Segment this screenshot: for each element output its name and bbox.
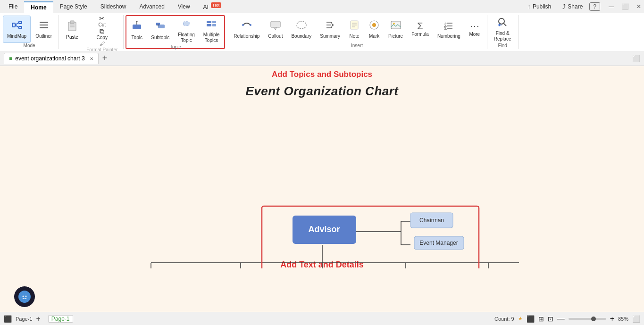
- callout-button[interactable]: Callout: [264, 16, 286, 43]
- fit-page-button[interactable]: ⬜: [632, 315, 640, 323]
- svg-rect-1: [19, 21, 22, 24]
- note-label: Note: [350, 33, 360, 39]
- boundary-button[interactable]: Boundary: [287, 16, 315, 43]
- mark-button[interactable]: Mark: [365, 16, 384, 43]
- doc-tab-icon: ■: [9, 55, 12, 62]
- instruction-top: Add Topics and Subtopics: [0, 70, 644, 79]
- svg-rect-18: [184, 22, 189, 25]
- tab-bar: ■ event organizational chart 3 ✕ + ⬜: [0, 51, 644, 66]
- paste-icon: [66, 18, 79, 33]
- outliner-icon: [38, 19, 50, 33]
- add-tab-button[interactable]: +: [100, 53, 109, 63]
- maximize-canvas-button[interactable]: ⬜: [632, 55, 640, 62]
- summary-icon: [325, 19, 336, 33]
- cut-button[interactable]: ✂ Cut: [84, 15, 120, 27]
- copy-button[interactable]: ⧉ Copy: [84, 28, 120, 40]
- relationship-icon: [241, 19, 252, 33]
- page-tab-label: Page-1: [51, 316, 70, 322]
- floating-topic-button[interactable]: FloatingTopic: [174, 17, 199, 44]
- share-button[interactable]: ⤴ Share: [558, 1, 587, 12]
- ai-bot-button[interactable]: [14, 286, 35, 307]
- publish-button[interactable]: ↑ Publish: [523, 1, 556, 12]
- tab-slideshow[interactable]: Slideshow: [94, 1, 133, 12]
- floating-topic-icon: [181, 18, 192, 31]
- page-tab[interactable]: Page-1: [48, 315, 73, 323]
- help-button[interactable]: ?: [589, 2, 600, 11]
- zoom-slider[interactable]: [569, 318, 606, 320]
- tab-page-style[interactable]: Page Style: [53, 1, 94, 12]
- picture-icon: [390, 19, 401, 33]
- status-icon-2[interactable]: ⊞: [538, 315, 544, 323]
- svg-rect-25: [271, 21, 280, 27]
- paste-button[interactable]: Paste: [62, 15, 83, 42]
- svg-marker-26: [274, 27, 276, 30]
- status-page-icon[interactable]: ⬛: [4, 315, 12, 323]
- svg-rect-2: [19, 26, 22, 29]
- subtopic-label: Subtopic: [151, 35, 169, 41]
- topic-button[interactable]: Advisor Topic: [127, 17, 146, 44]
- doc-tab[interactable]: ■ event organizational chart 3 ✕: [4, 53, 99, 64]
- canvas-area: Add Topics and Subtopics Event Organizat…: [0, 66, 644, 312]
- find-group-label: Find: [498, 43, 507, 49]
- numbering-icon: 1. 2. 3.: [443, 19, 454, 33]
- cut-icon: ✂: [99, 15, 105, 22]
- picture-button[interactable]: Picture: [385, 16, 407, 43]
- svg-rect-9: [70, 21, 74, 24]
- mode-buttons: MindMap Outliner: [3, 15, 56, 43]
- restore-button[interactable]: ⬜: [619, 3, 632, 10]
- minimize-button[interactable]: —: [606, 3, 617, 10]
- page-label: Page-1: [16, 316, 32, 322]
- svg-text:Event Manager: Event Manager: [419, 240, 458, 246]
- topic-buttons: Advisor Topic Subtopic: [127, 17, 223, 44]
- mindmap-icon: [11, 19, 23, 33]
- zoom-in-button[interactable]: +: [610, 315, 614, 323]
- svg-point-24: [250, 24, 251, 26]
- outliner-button[interactable]: Outliner: [32, 16, 56, 43]
- outliner-label: Outliner: [35, 33, 52, 39]
- count-star-icon: ★: [518, 316, 523, 322]
- doc-tab-close[interactable]: ✕: [90, 56, 93, 61]
- status-icon-1[interactable]: ⬛: [527, 315, 535, 323]
- mindmap-button[interactable]: MindMap: [3, 16, 31, 43]
- add-page-button[interactable]: +: [36, 315, 40, 323]
- count-label: Count: 9: [494, 316, 514, 322]
- tab-view[interactable]: View: [171, 1, 197, 12]
- svg-point-85: [25, 296, 27, 297]
- ribbon-group-clipboard: Paste ✂ Cut ⧉ Copy 🖌 Format Painter: [59, 15, 124, 49]
- tab-file[interactable]: File: [2, 1, 24, 12]
- clipboard-items: Paste ✂ Cut ⧉ Copy 🖌 Format Painter: [62, 15, 120, 53]
- boundary-label: Boundary: [291, 33, 311, 39]
- more-button[interactable]: ⋯ More: [465, 16, 484, 43]
- svg-rect-20: [207, 24, 211, 26]
- ai-hot-badge: Hot: [211, 2, 221, 8]
- relationship-button[interactable]: Relationship: [230, 16, 263, 43]
- svg-line-3: [15, 22, 19, 25]
- multiple-topics-button[interactable]: MultipleTopics: [200, 17, 223, 44]
- close-button[interactable]: ✕: [634, 3, 644, 10]
- find-replace-button[interactable]: Find &Replace: [490, 16, 515, 43]
- summary-button[interactable]: Summary: [316, 16, 344, 43]
- tab-advanced[interactable]: Advanced: [133, 1, 171, 12]
- status-right-area: Count: 9 ★ ⬛ ⊞ ⊡ — + 85% ⬜: [494, 315, 640, 323]
- clipboard-small-group: ✂ Cut ⧉ Copy 🖌 Format Painter: [84, 15, 120, 53]
- subtopic-button[interactable]: Subtopic: [147, 17, 173, 44]
- note-button[interactable]: Note: [345, 16, 364, 43]
- subtopic-icon: [155, 21, 166, 34]
- mark-label: Mark: [369, 33, 379, 39]
- tab-ai[interactable]: AI Hot: [197, 1, 228, 12]
- svg-rect-12: [133, 25, 141, 29]
- ribbon-group-mode: MindMap Outliner Mode: [0, 15, 59, 49]
- numbering-button[interactable]: 1. 2. 3. Numbering: [434, 16, 464, 43]
- svg-point-48: [499, 18, 504, 24]
- org-chart-svg: Advisor Chairman Event Manager Finance S…: [0, 99, 644, 268]
- insert-group-label: Insert: [351, 43, 363, 49]
- find-items: Find &Replace: [490, 15, 515, 43]
- tab-home[interactable]: Home: [24, 1, 53, 13]
- formula-button[interactable]: Σ Formula: [408, 16, 433, 43]
- zoom-out-button[interactable]: —: [557, 315, 565, 323]
- callout-label: Callout: [268, 33, 283, 39]
- topic-group-label: Topic: [170, 44, 181, 50]
- status-icon-3[interactable]: ⊡: [548, 315, 553, 323]
- more-label: More: [469, 32, 480, 37]
- callout-icon: [270, 19, 281, 33]
